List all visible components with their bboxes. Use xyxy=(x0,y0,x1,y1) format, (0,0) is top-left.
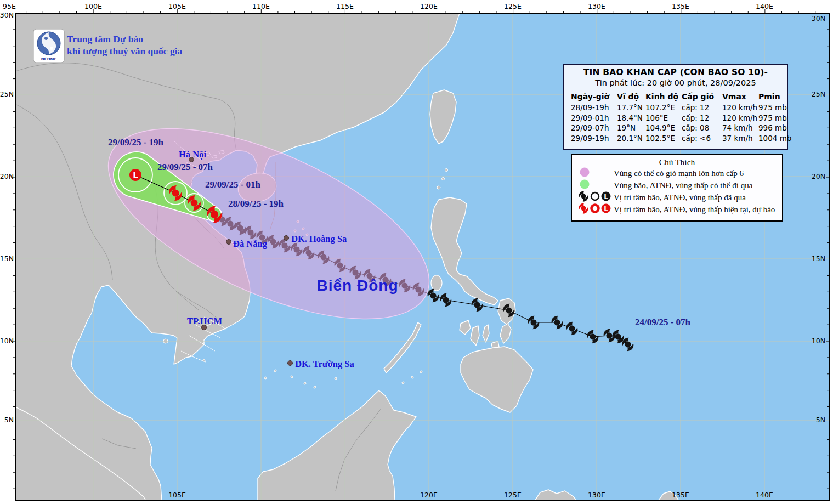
nchmf-logo-text: NCHMF xyxy=(41,57,57,61)
table-cell: 28/09-19h xyxy=(571,103,617,113)
purple-area-icon xyxy=(580,168,590,177)
nchmf-logo: NCHMF xyxy=(33,29,65,65)
islet xyxy=(291,376,293,378)
axis-label-top: 110E xyxy=(252,2,270,10)
table-cell: 37 km/h xyxy=(722,133,758,144)
table-cell: 975 mb xyxy=(758,103,786,113)
table-cell: 102.5°E xyxy=(645,133,682,144)
legend-box: Chú Thích Vùng có thể có gió mạnh lớn hơ… xyxy=(571,154,783,222)
city-label: TP.HCM xyxy=(187,316,222,326)
table-cell: 20.1°N xyxy=(617,133,645,144)
legend-item: LVị trí tâm bão, ATNĐ, vùng thấp hiện tạ… xyxy=(572,203,782,216)
city-dot xyxy=(288,361,293,366)
axis-label-top: 100E xyxy=(84,2,102,10)
legend-item-icon: L xyxy=(577,202,614,217)
forecast-table-row: 28/09-19h17.7°N107.2°Ecấp: 12120 km/h975… xyxy=(571,103,787,113)
axis-label-left: 5N xyxy=(4,416,14,424)
table-header-cell: Kinh độ xyxy=(645,91,682,103)
table-cell: 107.2°E xyxy=(645,103,682,113)
forecast-table-row: 29/09-01h18.4°N106°Ecấp: 12120 km/h975 m… xyxy=(571,113,787,123)
table-header-cell: Cấp gió xyxy=(682,91,722,103)
city-label: Đà Nẵng xyxy=(233,239,268,249)
legend-item-label: Vị trí tâm bão, ATNĐ, vùng thấp hiện tại… xyxy=(614,205,775,214)
low-marker-letter: L xyxy=(604,193,608,201)
storm-bulletin-title: TIN BAO KHAN CAP (CON BAO SO 10)- xyxy=(564,67,787,77)
table-cell: 120 km/h xyxy=(722,113,758,123)
axis-label-right: 25N xyxy=(812,90,825,98)
table-cell: 120 km/h xyxy=(722,103,758,113)
green-area-icon xyxy=(580,180,590,189)
table-cell: 104.9°E xyxy=(645,123,682,133)
axis-label-right: 20N xyxy=(812,172,825,180)
table-cell: 1004 mb xyxy=(758,133,786,144)
table-cell: 29/09-07h xyxy=(571,123,617,133)
city-dot xyxy=(226,240,231,245)
forecast-table-row: 29/09-07h19°N104.9°Ecấp: 0874 km/h996 mb xyxy=(571,123,787,133)
table-cell: cấp: 08 xyxy=(682,123,722,133)
islet xyxy=(420,371,422,373)
axis-label-left: 30N xyxy=(0,11,14,19)
storm-bulletin-issued: Tin phát lúc: 20 giờ 00 phút, 28/09/2025 xyxy=(564,78,787,87)
table-cell: cấp: 12 xyxy=(682,113,722,123)
table-header-cell: Vmax xyxy=(722,91,758,103)
table-cell: 19°N xyxy=(617,123,645,133)
track-time-label: 28/09/25 - 19h xyxy=(228,199,284,209)
table-cell: cấp: <6 xyxy=(682,133,722,144)
axis-label-top: 140E xyxy=(756,2,773,10)
islet xyxy=(411,376,413,378)
axis-label-top: 130E xyxy=(588,2,605,10)
legend-item: Vùng có thể có gió mạnh lớn hơn cấp 6 xyxy=(572,167,782,179)
agency-name: Trung tâm Dự báo khí tượng thuỷ văn quốc… xyxy=(67,33,182,57)
past-typhoon-icon xyxy=(579,191,588,202)
circle-marker-icon xyxy=(591,192,599,200)
axis-label-top: 135E xyxy=(672,2,689,10)
svg-text:L: L xyxy=(133,171,138,180)
legend-item: LVị trí tâm bão, ATNĐ, vùng thấp đã qua xyxy=(572,191,782,203)
forecast-table-header: Ngày-giờVĩ độKinh độCấp gióVmaxPmin xyxy=(571,91,787,103)
islet xyxy=(442,178,445,180)
low-marker-letter: L xyxy=(604,205,608,213)
islet xyxy=(314,386,316,388)
table-cell: 975 mb xyxy=(758,113,786,123)
nchmf-logo-graphic: NCHMF xyxy=(33,29,65,63)
landmass xyxy=(431,275,442,291)
table-header-cell: Vĩ độ xyxy=(617,91,645,103)
weather-map-screen: { "colors": { "sea": "#90C7F0", "land": … xyxy=(0,0,833,504)
islet xyxy=(437,186,440,189)
legend-item-label: Vùng có thể có gió mạnh lớn hơn cấp 6 xyxy=(614,169,744,178)
islet xyxy=(402,382,404,384)
agency-name-line1: Trung tâm Dự báo xyxy=(67,33,182,45)
islet xyxy=(335,377,337,380)
track-time-label: 29/09/25 - 19h xyxy=(108,137,164,148)
axis-label-bottom: 125E xyxy=(504,491,522,499)
axis-label-bottom: 140E xyxy=(756,491,773,499)
track-time-label: 29/09/25 - 01h xyxy=(205,179,261,190)
storm-bulletin-box: TIN BAO KHAN CAP (CON BAO SO 10)- Tin ph… xyxy=(563,64,788,150)
axis-label-top: 115E xyxy=(336,2,354,10)
table-cell: 106°E xyxy=(645,113,682,123)
table-cell: 74 km/h xyxy=(722,123,758,133)
table-cell: 29/09-19h xyxy=(571,133,617,144)
axis-label-right: 15N xyxy=(812,254,825,263)
legend-item-label: Vùng bão, ATNĐ, vùng thấp có thể đi qua xyxy=(614,181,752,190)
table-cell: 18.4°N xyxy=(617,113,645,123)
city-label: ĐK. Hoàng Sa xyxy=(291,234,347,244)
axis-label-right: 30N xyxy=(812,14,825,22)
axis-label-left: 20N xyxy=(0,172,14,180)
axis-label-top: 125E xyxy=(504,2,522,10)
axis-label-top: 105E xyxy=(168,2,186,10)
axis-label-bottom: 135E xyxy=(672,491,689,499)
forecast-table: Ngày-giờVĩ độKinh độCấp gióVmaxPmin28/09… xyxy=(571,91,787,143)
axis-label-bottom: 105E xyxy=(168,491,186,499)
table-cell: 17.7°N xyxy=(617,103,645,113)
axis-label-top: 95E xyxy=(3,2,16,10)
axis-label-bottom: 130E xyxy=(588,491,605,499)
table-header-cell: Pmin xyxy=(758,91,786,103)
agency-name-line2: khí tượng thuỷ văn quốc gia xyxy=(67,45,182,57)
legend-item: Vùng bão, ATNĐ, vùng thấp có thể đi qua xyxy=(572,179,782,191)
islet xyxy=(304,382,306,384)
track-time-label: 29/09/25 - 07h xyxy=(157,162,213,172)
table-header-cell: Ngày-giờ xyxy=(571,91,617,103)
axis-label-right: 5N xyxy=(816,416,825,424)
forecast-table-row: 29/09-19h20.1°N102.5°Ecấp: <637 km/h1004… xyxy=(571,133,787,144)
